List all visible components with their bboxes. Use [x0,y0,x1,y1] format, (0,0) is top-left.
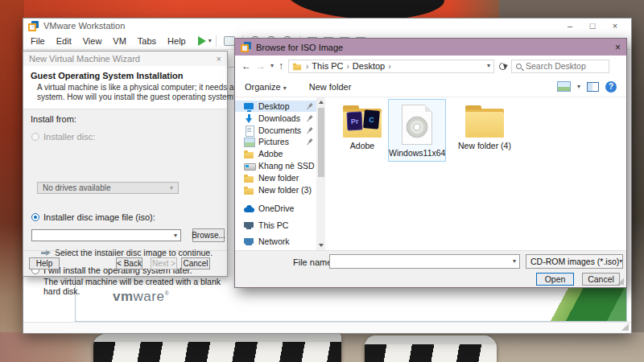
toolbar-separator [216,35,217,47]
nav-up-icon[interactable]: ↑ [279,60,283,72]
chevron-down-icon: ▾ [170,185,173,191]
file-type-dropdown[interactable]: CD-ROM images (*.iso) ▾ [526,254,623,269]
chevron-down-icon: ▾ [513,258,516,265]
organize-button[interactable]: Organize ▾ [245,82,287,92]
menu-file[interactable]: File [25,36,51,46]
sidebar-item-documents[interactable]: Documents [235,125,316,136]
browse-body: Desktop Downloads Documents Pictures Ado… [235,97,626,250]
sidebar-item-this-pc[interactable]: This PC [235,220,316,231]
menu-vm[interactable]: VM [107,36,132,46]
file-label: Adobe [333,141,391,150]
file-name-input[interactable] [333,257,513,266]
nav-history-icon[interactable]: ▾ [270,63,274,69]
browse-button[interactable]: Browse... [192,228,225,242]
send-ctrl-alt-del-icon[interactable] [224,36,235,46]
pin-icon [304,113,315,124]
installer-disc-radio[interactable]: Installer disc: [31,132,95,142]
vmware-titlebar[interactable]: VMware Workstation – □ × [23,19,631,33]
sidebar-item-desktop[interactable]: Desktop [235,101,316,112]
browse-command-bar: Organize ▾ New folder ▾ ? [235,76,626,97]
preview-pane-icon[interactable] [587,82,599,92]
downloads-icon [244,113,254,124]
scroll-down-icon[interactable] [319,244,324,247]
nav-back-icon[interactable]: ← [242,60,251,72]
file-name-label: File name: [293,257,334,267]
sidebar-item-adobe[interactable]: Adobe [235,148,316,159]
menu-edit[interactable]: Edit [51,36,77,46]
help-icon[interactable]: ? [605,81,617,93]
install-from-label: Install from: [31,114,76,124]
maximize-button[interactable]: □ [581,21,604,31]
radio-icon[interactable] [31,133,39,141]
file-item-new-folder-4[interactable]: New folder (4) [456,99,514,162]
file-name-combobox[interactable]: ▾ [329,254,520,269]
drive-icon [244,161,254,171]
address-bar[interactable]: › This PC › Desktop › ▾ [288,60,494,73]
pictures-icon [244,137,254,147]
file-item-adobe[interactable]: C Pr Adobe [333,99,391,162]
adobe-folder-icon: C Pr [343,109,382,138]
power-on-icon[interactable] [198,36,206,46]
cancel-button[interactable]: Cancel [181,257,210,269]
iso-path-combobox[interactable]: ▾ [31,229,181,241]
breadcrumb-desktop[interactable]: Desktop [353,61,385,71]
background-sneaker-sole-left [93,333,341,362]
browse-close-icon[interactable]: × [615,42,621,53]
address-dropdown-icon[interactable]: ▾ [487,63,490,69]
radio-icon[interactable] [31,213,39,221]
file-list: C Pr Adobe Windows11x64 New folder (4) [325,97,626,250]
installer-iso-radio[interactable]: Installer disc image file (iso): [31,212,155,222]
wizard-titlebar[interactable]: New Virtual Machine Wizard × [23,51,227,66]
folder-icon [244,185,254,195]
menu-view[interactable]: View [77,36,108,46]
new-folder-button[interactable]: New folder [309,82,352,92]
power-dropdown-icon[interactable]: ▾ [208,38,212,44]
view-dropdown-icon[interactable]: ▾ [577,84,580,90]
wizard-close-icon[interactable]: × [217,54,221,64]
vmware-statusbar [23,322,631,333]
drives-dropdown[interactable]: No drives available ▾ [37,182,179,194]
back-button[interactable]: < Back [116,257,142,269]
minimize-button[interactable]: – [559,21,581,31]
search-icon [516,64,522,69]
cancel-button[interactable]: Cancel [582,273,620,286]
search-input[interactable] [526,61,598,71]
browse-titlebar[interactable]: Browse for ISO Image × [235,39,626,56]
menu-tabs[interactable]: Tabs [132,36,162,46]
wizard-body: Install from: Installer disc: No drives … [23,109,227,250]
navigation-pane: Desktop Downloads Documents Pictures Ado… [235,97,316,250]
disc-icon [407,116,428,138]
resize-grip-icon[interactable] [621,323,629,331]
sidebar-item-downloads[interactable]: Downloads [235,113,316,124]
sidebar-item-new-folder[interactable]: New folder [235,172,316,183]
menu-help[interactable]: Help [162,36,192,46]
chevron-down-icon: ▾ [174,232,177,239]
next-button[interactable]: Next > [151,257,177,269]
breadcrumb-this-pc[interactable]: This PC [312,61,343,71]
search-box[interactable] [511,60,609,73]
wizard-header-panel: Guest Operating System Installation A vi… [23,66,227,109]
scroll-up-icon[interactable] [319,101,324,104]
wizard-heading: Guest Operating System Installation [31,71,184,80]
open-button[interactable]: Open [536,273,574,286]
onedrive-icon [244,204,254,214]
sidebar-scrollbar[interactable] [316,97,325,250]
close-button[interactable]: × [604,21,626,31]
wizard-title: New Virtual Machine Wizard [29,54,140,64]
chevron-icon: › [306,62,308,71]
sidebar-item-ssd-drive[interactable]: Khang nè SSD (C [235,160,316,171]
change-view-icon[interactable] [557,81,571,92]
sidebar-item-new-folder-3[interactable]: New folder (3) [235,184,316,195]
help-button[interactable]: Help [29,257,60,269]
sidebar-item-onedrive[interactable]: OneDrive [235,203,316,214]
iso-file-icon [402,105,432,145]
refresh-icon[interactable] [497,61,508,72]
scrollbar-thumb[interactable] [318,108,324,177]
folder-icon [244,149,254,159]
folder-icon [293,61,302,70]
sidebar-item-pictures[interactable]: Pictures [235,136,316,147]
sidebar-item-network[interactable]: Network [235,236,316,247]
file-item-windows11x64-iso[interactable]: Windows11x64 [388,99,446,162]
nav-forward-icon[interactable]: → [256,60,266,72]
pin-icon [304,125,315,136]
